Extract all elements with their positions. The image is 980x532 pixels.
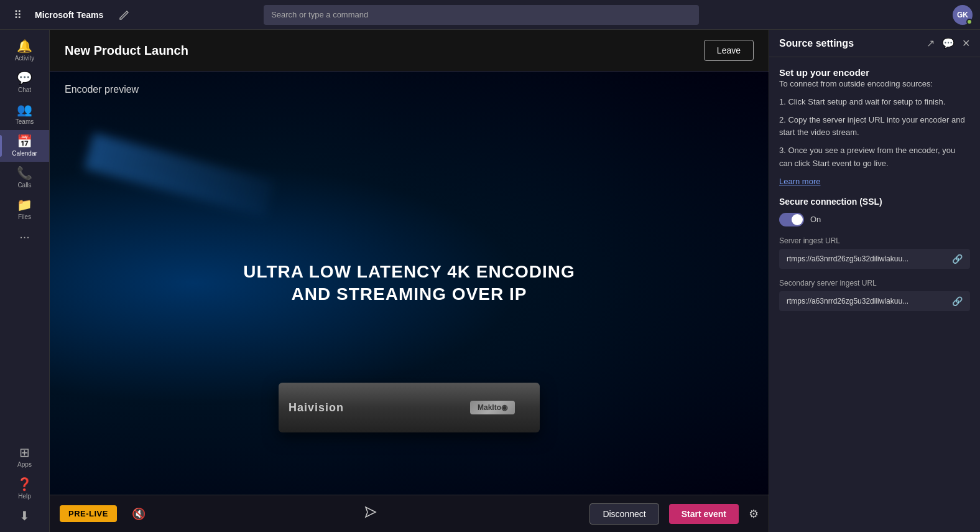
learn-more-link[interactable]: Learn more — [779, 177, 820, 186]
device-body: Haivision MakIto◉ — [279, 383, 540, 432]
server-ingest-url-text: rtmps://a63nrrd26zg5u32diliwlakuu... — [787, 254, 947, 263]
video-headline-1: ULTRA LOW LATENCY 4K ENCODING — [243, 261, 575, 283]
right-panel: Source settings ↗ 💬 ✕ Set up your encode… — [769, 30, 980, 532]
sidebar-item-help[interactable]: ❓ Help — [0, 473, 49, 505]
sidebar-item-more[interactable]: ··· — [0, 225, 49, 248]
server-ingest-url-field: rtmps://a63nrrd26zg5u32diliwlakuu... 🔗 — [779, 249, 970, 269]
encoder-preview-label: Encoder preview — [65, 84, 139, 95]
audio-mute-icon[interactable]: 🔇 — [127, 505, 150, 523]
bottom-controls: PRE-LIVE 🔇 Disconnect Start event ⚙ — [50, 495, 769, 532]
device-brand-label: Haivision — [289, 401, 344, 414]
apps-icon: ⊞ — [19, 446, 30, 459]
secondary-url-label: Secondary server ingest URL — [779, 279, 970, 287]
secondary-url-section: Secondary server ingest URL rtmps://a63n… — [779, 279, 970, 311]
setup-step2: 2. Copy the server inject URL into your … — [779, 114, 970, 140]
chat-panel-icon[interactable]: 💬 — [942, 37, 955, 49]
panel-title: New Product Launch — [65, 44, 188, 58]
video-background: ULTRA LOW LATENCY 4K ENCODING AND STREAM… — [50, 72, 769, 495]
top-bar: ⠿ Microsoft Teams Search or type a comma… — [0, 0, 980, 30]
main-layout: 🔔 Activity 💬 Chat 👥 Teams 📅 Calendar 📞 C… — [0, 30, 980, 532]
ssl-toggle[interactable] — [779, 213, 804, 226]
setup-title: Set up your encoder — [779, 67, 970, 78]
app-grid-icon[interactable]: ⠿ — [7, 5, 27, 25]
sidebar-bottom: ⊞ Apps ❓ Help ⬇ — [0, 441, 49, 527]
setup-section: Set up your encoder To connect from outs… — [779, 67, 970, 187]
chat-icon: 💬 — [17, 72, 32, 84]
sidebar-item-teams[interactable]: 👥 Teams — [0, 98, 49, 130]
right-panel-header: Source settings ↗ 💬 ✕ — [769, 30, 980, 57]
video-container: Encoder preview ULTRA LOW LATENCY 4K ENC… — [50, 72, 769, 495]
disconnect-button[interactable]: Disconnect — [589, 503, 659, 525]
server-url-copy-icon[interactable]: 🔗 — [952, 254, 963, 264]
setup-step1: 1. Click Start setup and wait for setup … — [779, 96, 970, 109]
sidebar-item-calls[interactable]: 📞 Calls — [0, 162, 49, 194]
download-icon: ⬇ — [19, 510, 30, 522]
pre-live-badge: PRE-LIVE — [60, 505, 117, 522]
secondary-url-copy-icon[interactable]: 🔗 — [952, 296, 963, 306]
search-bar[interactable]: Search or type a command — [264, 5, 699, 25]
trend-icon[interactable]: ↗ — [927, 37, 935, 49]
secondary-url-text: rtmps://a63nrrd26zg5u32diliwlakuu... — [787, 297, 947, 306]
sidebar-label-teams: Teams — [16, 118, 34, 125]
setup-steps: To connect from outside encoding sources… — [779, 78, 970, 170]
sidebar-item-calendar[interactable]: 📅 Calendar — [0, 130, 49, 162]
device-model-badge: MakIto◉ — [470, 401, 515, 414]
leave-button[interactable]: Leave — [704, 40, 754, 61]
avatar[interactable]: GK — [953, 5, 973, 25]
toggle-knob — [792, 214, 803, 225]
right-panel-icons: ↗ 💬 ✕ — [927, 37, 970, 49]
sidebar: 🔔 Activity 💬 Chat 👥 Teams 📅 Calendar 📞 C… — [0, 30, 50, 532]
ssl-toggle-row: On — [779, 213, 970, 226]
start-event-button[interactable]: Start event — [669, 504, 739, 524]
sidebar-label-calendar: Calendar — [12, 150, 37, 157]
sidebar-label-apps: Apps — [17, 461, 32, 468]
sidebar-item-chat[interactable]: 💬 Chat — [0, 67, 49, 98]
content-area: New Product Launch Leave Encoder preview… — [50, 30, 980, 532]
ssl-section: Secure connection (SSL) On — [779, 197, 970, 226]
encoder-device: Haivision MakIto◉ — [279, 383, 540, 445]
video-text: ULTRA LOW LATENCY 4K ENCODING AND STREAM… — [243, 261, 575, 306]
close-icon[interactable]: ✕ — [962, 37, 970, 49]
more-icon: ··· — [19, 230, 30, 243]
setup-step3: 3. Once you see a preview from the encod… — [779, 144, 970, 170]
app-title: Microsoft Teams — [35, 10, 103, 20]
right-panel-title: Source settings — [779, 38, 922, 49]
sidebar-label-activity: Activity — [15, 55, 35, 62]
activity-icon: 🔔 — [17, 40, 32, 52]
sidebar-item-apps[interactable]: ⊞ Apps — [0, 441, 49, 473]
light-beam — [84, 133, 274, 217]
files-icon: 📁 — [17, 198, 32, 211]
sidebar-label-files: Files — [18, 213, 31, 220]
server-ingest-url-section: Server ingest URL rtmps://a63nrrd26zg5u3… — [779, 236, 970, 269]
calls-icon: 📞 — [17, 167, 32, 179]
server-ingest-url-label: Server ingest URL — [779, 236, 970, 245]
sidebar-item-download[interactable]: ⬇ — [0, 505, 49, 527]
calendar-icon: 📅 — [17, 135, 32, 147]
compose-icon[interactable] — [116, 6, 133, 24]
sidebar-label-chat: Chat — [18, 86, 31, 93]
settings-gear-icon[interactable]: ⚙ — [749, 507, 759, 521]
main-panel: New Product Launch Leave Encoder preview… — [50, 30, 769, 532]
send-icon[interactable] — [358, 503, 382, 525]
video-headline-2: AND STREAMING OVER IP — [243, 283, 575, 306]
search-placeholder: Search or type a command — [271, 10, 368, 19]
teams-icon: 👥 — [17, 103, 32, 116]
setup-intro: To connect from outside encoding sources… — [779, 78, 970, 91]
ssl-on-label: On — [810, 215, 821, 224]
sidebar-item-activity[interactable]: 🔔 Activity — [0, 35, 49, 67]
sidebar-label-calls: Calls — [17, 182, 31, 189]
right-panel-body: Set up your encoder To connect from outs… — [769, 57, 980, 321]
help-icon: ❓ — [17, 478, 32, 490]
avatar-status — [966, 19, 973, 25]
panel-header: New Product Launch Leave — [50, 30, 769, 72]
sidebar-label-help: Help — [18, 493, 31, 500]
secondary-url-field: rtmps://a63nrrd26zg5u32diliwlakuu... 🔗 — [779, 291, 970, 311]
ssl-title: Secure connection (SSL) — [779, 197, 970, 207]
sidebar-item-files[interactable]: 📁 Files — [0, 194, 49, 225]
